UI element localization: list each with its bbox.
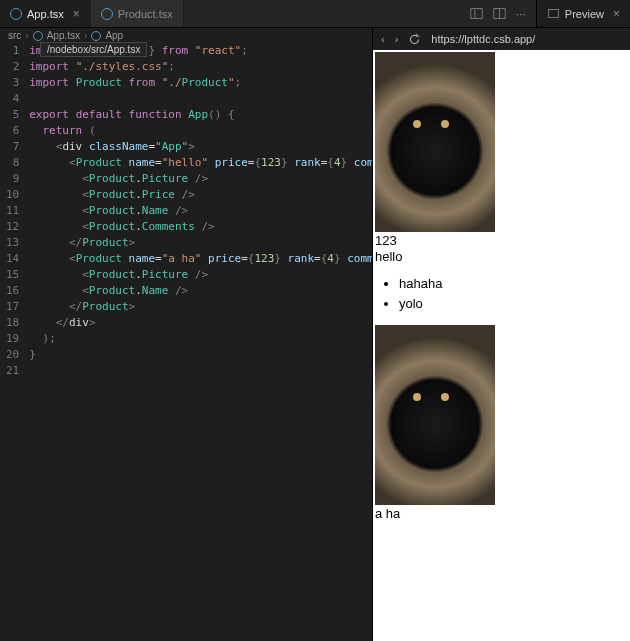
tab-label: App.tsx bbox=[27, 8, 64, 20]
product-image bbox=[375, 325, 495, 505]
more-icon[interactable]: ··· bbox=[516, 7, 526, 21]
svg-rect-0 bbox=[471, 9, 482, 19]
reload-icon[interactable] bbox=[408, 33, 421, 46]
preview-icon bbox=[547, 7, 560, 20]
product-image bbox=[375, 52, 495, 232]
code-editor[interactable]: 123456789101112131415161718192021 import… bbox=[0, 43, 372, 379]
react-file-icon bbox=[10, 8, 22, 20]
chevron-right-icon: › bbox=[25, 30, 28, 41]
tab-label: Preview bbox=[565, 8, 604, 20]
symbol-icon bbox=[91, 31, 101, 41]
chevron-right-icon: › bbox=[84, 30, 87, 41]
breadcrumb[interactable]: src › App.tsx › App /nodebox/src/App.tsx bbox=[0, 28, 372, 43]
tab-preview[interactable]: Preview × bbox=[536, 0, 630, 27]
preview-frame[interactable]: 123 hello hahaha yolo a ha bbox=[373, 50, 630, 641]
crumb[interactable]: src bbox=[8, 30, 21, 41]
comment-item: hahaha bbox=[399, 274, 628, 294]
tab-app-tsx[interactable]: App.tsx × bbox=[0, 0, 91, 27]
line-number-gutter: 123456789101112131415161718192021 bbox=[0, 43, 29, 379]
comment-item: yolo bbox=[399, 294, 628, 314]
product-name: a ha bbox=[375, 506, 628, 521]
react-file-icon bbox=[101, 8, 113, 20]
toggle-sidebar-icon[interactable] bbox=[470, 7, 483, 20]
product-name: hello bbox=[375, 249, 628, 264]
nav-forward-icon[interactable]: › bbox=[395, 33, 399, 45]
react-file-icon bbox=[33, 31, 43, 41]
product-comments: hahaha yolo bbox=[399, 274, 628, 313]
crumb[interactable]: App bbox=[105, 30, 123, 41]
product-price: 123 bbox=[375, 233, 628, 248]
tab-product-tsx[interactable]: Product.tsx bbox=[91, 0, 184, 27]
editor-pane: src › App.tsx › App /nodebox/src/App.tsx… bbox=[0, 28, 373, 641]
preview-nav: ‹ › https://lpttdc.csb.app/ bbox=[373, 28, 630, 50]
editor-toolbar: ··· bbox=[470, 0, 536, 27]
path-tooltip: /nodebox/src/App.tsx bbox=[40, 42, 147, 57]
nav-back-icon[interactable]: ‹ bbox=[381, 33, 385, 45]
close-icon[interactable]: × bbox=[73, 7, 80, 21]
crumb[interactable]: App.tsx bbox=[47, 30, 80, 41]
tab-label: Product.tsx bbox=[118, 8, 173, 20]
preview-url[interactable]: https://lpttdc.csb.app/ bbox=[431, 33, 535, 45]
code-content[interactable]: import { useState } from "react"; import… bbox=[29, 43, 372, 379]
split-editor-icon[interactable] bbox=[493, 7, 506, 20]
svg-rect-4 bbox=[548, 9, 558, 17]
tab-bar: App.tsx × Product.tsx ··· Preview × bbox=[0, 0, 630, 28]
close-icon[interactable]: × bbox=[613, 7, 620, 21]
preview-pane: ‹ › https://lpttdc.csb.app/ 123 hello ha… bbox=[373, 28, 630, 641]
